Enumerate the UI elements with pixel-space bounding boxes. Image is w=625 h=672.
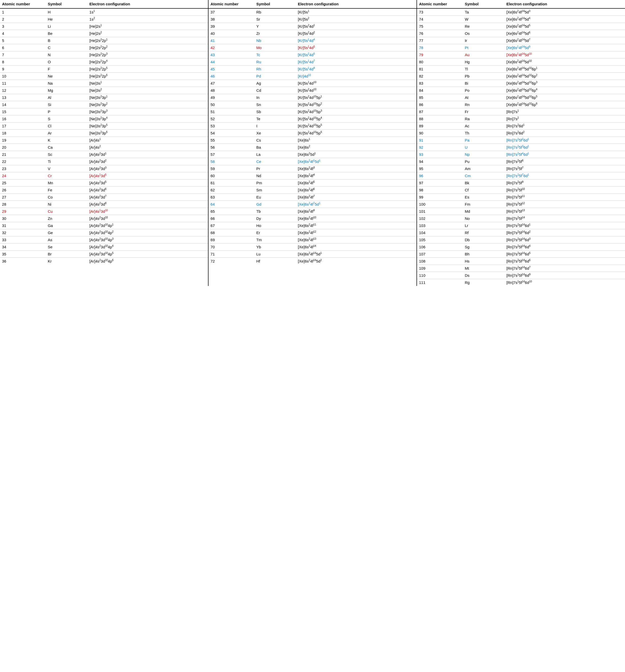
atomic-number-cell: 22	[0, 158, 46, 165]
electron-config-cell: [Ar]4s23d5	[88, 179, 208, 186]
table-row: 108Hs[Rn]7s25f146d6	[417, 258, 625, 265]
table-row: 72Hf[Xe]6s24f145d2	[209, 258, 416, 265]
header-electron-config-1: Electron configuration	[296, 0, 416, 8]
symbol-cell: Pt	[463, 44, 505, 51]
atomic-number-cell: 103	[417, 222, 463, 229]
atomic-number-cell: 65	[209, 208, 254, 215]
atomic-number-cell: 86	[417, 101, 463, 108]
symbol-cell: Cs	[254, 137, 296, 144]
table-row: 32Ge[Ar]4s23d104p2	[0, 229, 208, 236]
electron-config-cell: [Ar]4s23d104p2	[88, 229, 208, 236]
header-symbol-2: Symbol	[463, 0, 505, 8]
symbol-cell: Fe	[46, 186, 88, 193]
electron-config-cell: [Ar]4s23d3	[88, 165, 208, 172]
table-row: 53I[Kr]5s24d105p5	[209, 122, 416, 129]
electron-config-cell: [Rn]7s26d2	[505, 129, 625, 137]
table-row: 15P[Ne]3s23p3	[0, 108, 208, 115]
atomic-number-cell: 8	[0, 58, 46, 65]
symbol-cell: Cm	[463, 172, 505, 179]
symbol-cell: Na	[46, 79, 88, 87]
symbol-cell: V	[46, 165, 88, 172]
symbol-cell: Er	[254, 229, 296, 236]
symbol-cell: Tm	[254, 236, 296, 243]
electron-config-cell: [Xe]6s24f145d10	[505, 58, 625, 65]
table-row: 26Fe[Ar]4s23d6	[0, 186, 208, 193]
atomic-number-cell: 58	[209, 158, 254, 165]
symbol-cell: I	[254, 122, 296, 129]
symbol-cell: Am	[463, 165, 505, 172]
electron-config-cell: [Rn]7s25f13	[505, 208, 625, 215]
electron-config-cell: [He]2s22p6	[88, 72, 208, 79]
electron-config-cell: [Xe]6s14f145d9	[505, 44, 625, 51]
atomic-number-cell: 109	[417, 265, 463, 272]
symbol-cell: Th	[463, 129, 505, 137]
atomic-number-cell: 30	[0, 215, 46, 222]
table-row: 10Ne[He]2s22p6	[0, 72, 208, 79]
table-row: 110Ds[Rn]7s15f146d9	[417, 272, 625, 279]
table-row: 11Na[Ne]3s1	[0, 79, 208, 87]
atomic-number-cell: 50	[209, 101, 254, 108]
atomic-number-cell: 56	[209, 144, 254, 151]
electron-config-cell: [Ar]4s13d5	[88, 172, 208, 179]
electron-config-cell: [Xe]6s24f145d6	[505, 30, 625, 37]
table-row: 95Am[Rn]7s25f7	[417, 165, 625, 172]
symbol-cell: F	[46, 65, 88, 72]
symbol-cell: Md	[463, 208, 505, 215]
table-row: 84Po[Xe]6s24f145d106p4	[417, 87, 625, 94]
electron-config-cell: 1s1	[88, 8, 208, 16]
electron-config-cell: [Ne]3s23p2	[88, 101, 208, 108]
table-row: 60Nd[Xe]6s24f4	[209, 172, 416, 179]
section-1: Atomic numberSymbolElectron configuratio…	[0, 0, 209, 286]
electron-config-cell: [Ne]3s23p1	[88, 94, 208, 101]
electron-config-cell: [Kr]5s24d105p2	[296, 101, 416, 108]
table-row: 94Pu[Rn]7s25f6	[417, 158, 625, 165]
symbol-cell: Tc	[254, 51, 296, 58]
table-row: 86Rn[Xe]6s24f145d106p6	[417, 101, 625, 108]
atomic-number-cell: 4	[0, 30, 46, 37]
atomic-number-cell: 20	[0, 144, 46, 151]
electron-config-cell: [Rn]7s2	[505, 115, 625, 122]
electron-config-cell: [Xe]6s25d1	[296, 151, 416, 158]
electron-config-cell: [Xe]6s24f145d5	[505, 23, 625, 30]
symbol-cell: Sr	[254, 16, 296, 23]
electron-config-cell: [Kr]5s24d1	[296, 23, 416, 30]
symbol-cell: Np	[463, 151, 505, 158]
symbol-cell: Ba	[254, 144, 296, 151]
atomic-number-cell: 95	[417, 165, 463, 172]
atomic-number-cell: 64	[209, 200, 254, 208]
electron-config-cell: [Ar]4s23d10	[88, 215, 208, 222]
electron-config-cell: [Xe]6s1	[296, 137, 416, 144]
symbol-cell: W	[463, 16, 505, 23]
atomic-number-cell: 105	[417, 236, 463, 243]
atomic-number-cell: 55	[209, 137, 254, 144]
electron-config-cell: [Rn]7s25f146d3	[505, 236, 625, 243]
electron-config-cell: [Kr]5s2	[296, 16, 416, 23]
atomic-number-cell: 16	[0, 115, 46, 122]
table-row: 29Cu[Ar]4s13d10	[0, 208, 208, 215]
header-symbol-0: Symbol	[46, 0, 88, 8]
atomic-number-cell: 25	[0, 179, 46, 186]
atomic-number-cell: 53	[209, 122, 254, 129]
electron-config-cell: [Ar]4s23d104p1	[88, 222, 208, 229]
symbol-cell: Hf	[254, 258, 296, 265]
symbol-cell: Cr	[46, 172, 88, 179]
symbol-cell: Tl	[463, 65, 505, 72]
atomic-number-cell: 59	[209, 165, 254, 172]
atomic-number-cell: 28	[0, 200, 46, 208]
electron-config-cell: [Xe]6s24f10	[296, 215, 416, 222]
symbol-cell: Bh	[463, 250, 505, 258]
table-row: 28Ni[Ar]4s23d8	[0, 200, 208, 208]
symbol-cell: Pu	[463, 158, 505, 165]
electron-config-cell: [Rn]7s15f146d10	[505, 279, 625, 286]
electron-config-cell: [He]2s22p1	[88, 37, 208, 44]
atomic-number-cell: 47	[209, 79, 254, 87]
atomic-number-cell: 78	[417, 44, 463, 51]
table-row: 74W[Xe]6s24f145d4	[417, 16, 625, 23]
symbol-cell: Pm	[254, 179, 296, 186]
table-row: 96Cm[Rn]7s25f76d1	[417, 172, 625, 179]
table-row: 22Ti[Ar]4s23d2	[0, 158, 208, 165]
electron-config-cell: [Xe]6s24f7	[296, 193, 416, 200]
electron-config-cell: [Xe]6s14f145d10	[505, 51, 625, 58]
symbol-cell: Mg	[46, 87, 88, 94]
atomic-number-cell: 108	[417, 258, 463, 265]
